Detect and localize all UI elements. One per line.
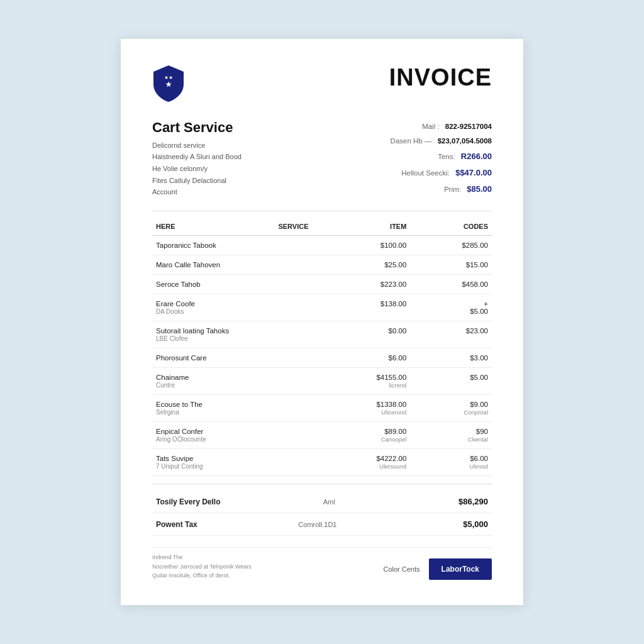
cell-codes-7: $9.00Conproal: [410, 395, 492, 422]
invoice-container: ★ ★★ INVOICE Cart Service Delicornd serv…: [121, 39, 523, 606]
table-row: Taporanicc Tabook$100.00$285.00: [152, 236, 492, 255]
cell-here-1: Maro Calle Tahoven: [152, 255, 274, 275]
footer-right: Color Cents LaborTock: [383, 558, 492, 580]
cell-codes-8: $90Ckental: [410, 422, 492, 449]
col-header-service: SERVICE: [274, 218, 328, 236]
cell-item-4: $0.00: [329, 321, 411, 348]
cell-codes-9: $6.00Ulimod: [410, 449, 492, 476]
cell-codes-4: $23.00: [410, 321, 492, 348]
cell-here-7: Ecouse to TheSelrgina: [152, 395, 274, 422]
company-details: Delicornd service Haistneediy A Sluri an…: [152, 140, 242, 198]
col-header-codes: CODES: [410, 218, 492, 236]
invoice-title: INVOICE: [389, 64, 492, 91]
cell-here-3: Erare CoofeDA Dooks: [152, 294, 274, 321]
cell-codes-6: $5.00: [410, 368, 492, 395]
table-row: Phorosunt Care$6.00$3.00: [152, 348, 492, 368]
table-body: Taporanicc Tabook$100.00$285.00Maro Call…: [152, 236, 492, 476]
header-row: ★ ★★ INVOICE: [152, 64, 492, 104]
cell-here-5: Phorosunt Care: [152, 348, 274, 368]
cell-item-7: $1338.00Ulicerond: [329, 395, 411, 422]
cell-service-3: [274, 294, 328, 321]
invoice-table: HERE SERVICE ITEM CODES Taporanicc Taboo…: [152, 218, 492, 476]
totals-row-2: Powent Tax Comroll.1D1 $5,000: [152, 513, 492, 536]
cell-item-5: $6.00: [329, 348, 411, 368]
cell-item-3: $138.00: [329, 294, 411, 321]
cell-item-0: $100.00: [329, 236, 411, 255]
cell-item-2: $223.00: [329, 275, 411, 294]
cell-here-8: Enpical ConferAring OOlocounte: [152, 422, 274, 449]
table-row: ChainameCuntre$4155.00licrend$5.00: [152, 368, 492, 395]
table-row: Erare CoofeDA Dooks$138.00+$5.00: [152, 294, 492, 321]
cell-item-1: $25.00: [329, 255, 411, 275]
cell-here-4: Sutorait loating TahoksLBE Clofire: [152, 321, 274, 348]
table-row: Ecouse to TheSelrgina$1338.00Ulicerond$9…: [152, 395, 492, 422]
svg-text:★: ★: [165, 80, 172, 88]
footer-row: Indrend The Nocreither Jarroced at Telnp…: [152, 547, 492, 580]
table-row: Enpical ConferAring OOlocounte$89.00Cano…: [152, 422, 492, 449]
cell-codes-5: $3.00: [410, 348, 492, 368]
table-row: Sutorait loating TahoksLBE Clofire$0.00$…: [152, 321, 492, 348]
cell-item-8: $89.00Canoopel: [329, 422, 411, 449]
table-header: HERE SERVICE ITEM CODES: [152, 218, 492, 236]
cell-service-6: [274, 368, 328, 395]
header-divider: [152, 211, 492, 211]
invoice-meta: Mail : 822-92517004 Dasen Hb — $23,07,05…: [391, 119, 492, 198]
cell-service-7: [274, 395, 328, 422]
cell-codes-2: $458.00: [410, 275, 492, 294]
cell-service-5: [274, 348, 328, 368]
labor-tock-button[interactable]: LaborTock: [429, 558, 492, 580]
company-name: Cart Service: [152, 119, 242, 136]
cell-service-0: [274, 236, 328, 255]
cell-here-6: ChainameCuntre: [152, 368, 274, 395]
col-header-here: HERE: [152, 218, 274, 236]
cell-codes-3: +$5.00: [410, 294, 492, 321]
table-row: Maro Calle Tahoven$25.00$15.00: [152, 255, 492, 275]
color-cents-label: Color Cents: [383, 565, 419, 573]
cell-here-9: Tats Suvipe7 Uniput Conting: [152, 449, 274, 476]
cell-service-2: [274, 275, 328, 294]
svg-text:★★: ★★: [164, 75, 173, 80]
cell-codes-0: $285.00: [410, 236, 492, 255]
company-info: Cart Service Delicornd service Haistneed…: [152, 119, 242, 198]
table-row: Seroce Tahob$223.00$458.00: [152, 275, 492, 294]
logo-area: ★ ★★: [152, 64, 185, 104]
table-row: Tats Suvipe7 Uniput Conting$4222.00Ulers…: [152, 449, 492, 476]
cell-service-4: [274, 321, 328, 348]
company-section: Cart Service Delicornd service Haistneed…: [152, 119, 492, 198]
footer-notes: Indrend The Nocreither Jarroced at Telnp…: [152, 553, 252, 580]
cell-service-8: [274, 422, 328, 449]
cell-here-2: Seroce Tahob: [152, 275, 274, 294]
totals-row-1: Tosily Every Dello Aml $86,290: [152, 491, 492, 513]
col-header-item: ITEM: [329, 218, 411, 236]
cell-here-0: Taporanicc Tabook: [152, 236, 274, 255]
cell-service-1: [274, 255, 328, 275]
totals-section: Tosily Every Dello Aml $86,290 Powent Ta…: [152, 484, 492, 536]
cell-item-6: $4155.00licrend: [329, 368, 411, 395]
cell-service-9: [274, 449, 328, 476]
cell-item-9: $4222.00Ulersound: [329, 449, 411, 476]
company-logo: ★ ★★: [152, 64, 185, 102]
cell-codes-1: $15.00: [410, 255, 492, 275]
